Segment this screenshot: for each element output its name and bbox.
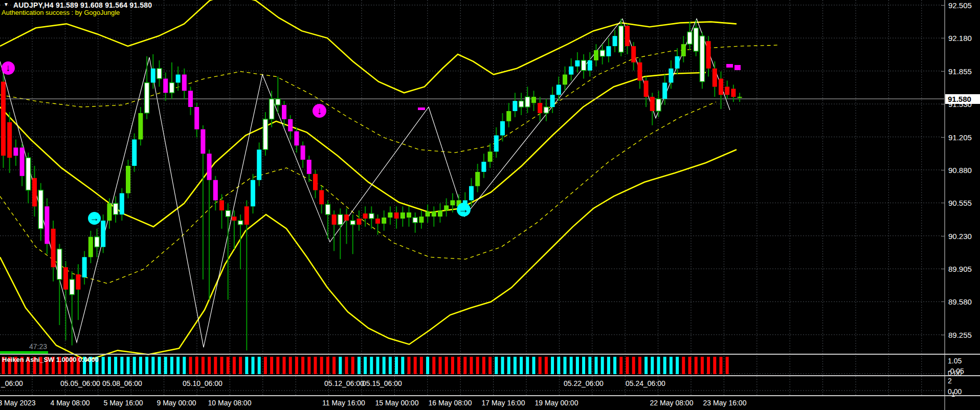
- heiken-scale-min: -0.05: [948, 367, 964, 375]
- heiken-bar: [270, 357, 273, 374]
- heiken-bar: [276, 357, 279, 374]
- time-axis-label: 16 May 08:00: [429, 399, 472, 407]
- candle-body: [263, 119, 268, 149]
- price-axis-label: 91.205: [948, 133, 972, 142]
- heiken-bar: [451, 357, 454, 374]
- heiken-bar: [526, 357, 529, 374]
- candle-body: [194, 107, 199, 130]
- heiken-bar: [283, 357, 286, 374]
- candle-body: [469, 186, 474, 201]
- candle-body: [369, 213, 374, 219]
- heiken-bar: [514, 357, 517, 374]
- candle-body: [294, 132, 299, 146]
- heiken-bar: [432, 357, 435, 374]
- heiken-bar: [102, 357, 105, 374]
- candle-body: [631, 46, 636, 62]
- zigzag-line: [0, 19, 730, 348]
- candle-body: [556, 85, 561, 95]
- candle-body: [169, 83, 174, 93]
- candle-body: [700, 36, 704, 81]
- heiken-bar: [726, 357, 729, 374]
- heiken-bar: [145, 357, 148, 374]
- heiken-bar: [195, 357, 198, 374]
- heiken-bar: [439, 357, 442, 374]
- candle-body: [413, 218, 417, 223]
- heiken-bar: [214, 357, 217, 374]
- price-chart-canvas[interactable]: [0, 0, 980, 410]
- symbol-dropdown-icon[interactable]: ▼: [4, 2, 9, 7]
- price-axis-label: 89.580: [948, 297, 972, 306]
- heiken-bar: [482, 357, 485, 374]
- heiken-bar: [488, 357, 492, 374]
- heiken-bar: [264, 357, 267, 374]
- mt4-chart-window: { "header": { "symbol_line": "AUDJPY,H4 …: [0, 0, 980, 410]
- candle-body: [350, 221, 355, 225]
- bar-countdown-timer: 47:23: [29, 342, 47, 351]
- candle-body: [238, 221, 243, 225]
- signal-tick: [734, 65, 741, 70]
- candle-body: [251, 180, 255, 207]
- price-axis-tick: [941, 38, 945, 38]
- heiken-bar: [351, 357, 354, 374]
- candle-body: [687, 32, 692, 44]
- heiken-bar: [345, 357, 348, 374]
- candle-body: [531, 97, 536, 103]
- time-axis-label: 19 May 00:00: [535, 399, 578, 407]
- candle-body: [1, 82, 6, 156]
- price-axis-label: 91.855: [948, 67, 972, 76]
- candle-body: [550, 95, 555, 107]
- candle-body: [538, 103, 542, 113]
- candle-body: [219, 200, 224, 210]
- candle-body: [270, 99, 274, 119]
- candle-body: [407, 212, 411, 218]
- candle-body: [375, 219, 380, 224]
- heiken-bar: [720, 357, 723, 374]
- price-axis-tick: [941, 236, 945, 236]
- heiken-bar: [626, 357, 629, 374]
- candle-body: [325, 204, 330, 214]
- heiken-bar: [383, 357, 386, 374]
- session-date-label: 05.24_06:00: [626, 379, 665, 387]
- candle-body: [63, 267, 68, 290]
- candle-body: [694, 28, 698, 52]
- middle-band: [0, 73, 706, 227]
- time-axis-label: 10 May 08:00: [208, 399, 252, 407]
- sell-arrow-icon: ↓: [313, 104, 326, 118]
- heiken-bar: [426, 357, 429, 374]
- candle-body: [44, 206, 49, 244]
- pane-separator: [0, 395, 980, 396]
- price-axis-tick: [941, 335, 945, 335]
- candle-body: [681, 44, 686, 56]
- candle-body: [438, 210, 442, 217]
- candle-body: [619, 26, 623, 53]
- price-axis-tick: [941, 301, 945, 302]
- candle-body: [88, 237, 93, 257]
- heiken-bar: [395, 357, 398, 374]
- price-axis-label: 89.255: [948, 331, 972, 339]
- candle-body: [519, 101, 524, 107]
- heiken-bar: [289, 357, 292, 374]
- candle-body: [120, 193, 124, 215]
- heiken-bar: [707, 357, 710, 374]
- time-axis-label: 9 May 00:00: [157, 399, 196, 407]
- candle-body: [145, 83, 149, 113]
- session-date-label: 05.10_06:00: [183, 379, 222, 387]
- time-axis-label: 5 May 16:00: [103, 399, 143, 407]
- signal-tick: [726, 64, 733, 68]
- heiken-bar: [133, 357, 136, 374]
- heiken-bar: [520, 357, 523, 374]
- heiken-bar: [463, 357, 466, 374]
- dashed-mid-lower: [0, 102, 716, 284]
- price-axis-label: 92.180: [948, 34, 972, 42]
- heiken-bar: [158, 357, 161, 374]
- heiken-bar: [713, 357, 716, 374]
- heiken-bar: [202, 357, 205, 374]
- dates-pane-scale-max: 2: [948, 377, 952, 385]
- candle-body: [600, 50, 605, 56]
- candle-body: [207, 154, 212, 180]
- session-date-label: 05.05_06:00: [60, 379, 100, 387]
- candle-body: [276, 99, 280, 105]
- heiken-bar: [663, 357, 666, 374]
- candle-body: [613, 36, 617, 46]
- heiken-bar: [476, 357, 479, 374]
